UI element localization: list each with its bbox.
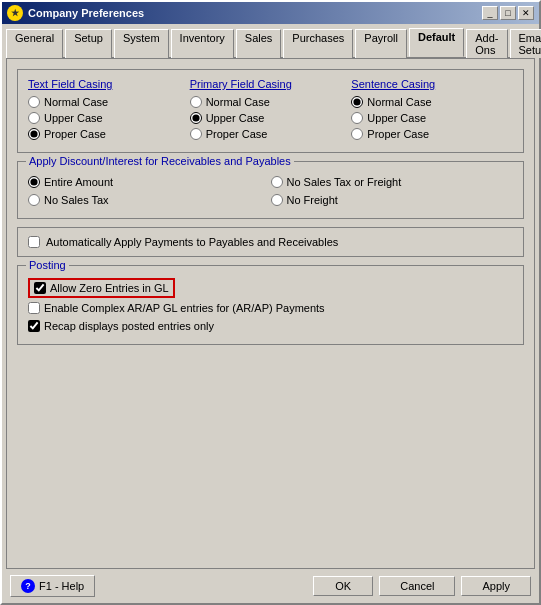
close-button[interactable]: ✕: [518, 6, 534, 20]
auto-apply-checkbox[interactable]: [28, 236, 40, 248]
recap-row: Recap displays posted entries only: [28, 320, 513, 332]
sentence-casing-group: Sentence Casing Normal Case Upper Case P…: [351, 78, 513, 142]
sentence-casing-label: Sentence Casing: [351, 78, 513, 90]
casing-group-box: Text Field Casing Normal Case Upper Case…: [17, 69, 524, 153]
sentence-normal-case-row: Normal Case: [351, 96, 513, 108]
no-freight-row: No Freight: [271, 194, 514, 206]
help-button[interactable]: ? F1 - Help: [10, 575, 95, 597]
spacer: [17, 353, 524, 558]
sentence-upper-case-radio[interactable]: [351, 112, 363, 124]
allow-zero-checkbox[interactable]: [34, 282, 46, 294]
no-sales-tax-freight-label: No Sales Tax or Freight: [287, 176, 402, 188]
tab-addons[interactable]: Add-Ons: [466, 29, 507, 58]
text-normal-case-radio[interactable]: [28, 96, 40, 108]
sentence-proper-case-radio[interactable]: [351, 128, 363, 140]
apply-button[interactable]: Apply: [461, 576, 531, 596]
title-buttons: _ □ ✕: [482, 6, 534, 20]
content-area: Text Field Casing Normal Case Upper Case…: [6, 57, 535, 569]
bottom-right-buttons: OK Cancel Apply: [313, 576, 531, 596]
sentence-upper-case-label: Upper Case: [367, 112, 426, 124]
main-window: ★ Company Preferences _ □ ✕ General Setu…: [0, 0, 541, 605]
auto-apply-label: Automatically Apply Payments to Payables…: [46, 236, 338, 248]
casing-row: Text Field Casing Normal Case Upper Case…: [28, 78, 513, 142]
primary-field-casing-label: Primary Field Casing: [190, 78, 352, 90]
text-upper-case-row: Upper Case: [28, 112, 190, 124]
tab-inventory[interactable]: Inventory: [171, 29, 234, 58]
help-label: F1 - Help: [39, 580, 84, 592]
text-normal-case-label: Normal Case: [44, 96, 108, 108]
no-freight-radio[interactable]: [271, 194, 283, 206]
tab-purchases[interactable]: Purchases: [283, 29, 353, 58]
primary-proper-case-radio[interactable]: [190, 128, 202, 140]
no-sales-tax-label: No Sales Tax: [44, 194, 109, 206]
text-field-casing-group: Text Field Casing Normal Case Upper Case…: [28, 78, 190, 142]
discount-col2: No Sales Tax or Freight No Freight: [271, 176, 514, 208]
window-icon: ★: [7, 5, 23, 21]
entire-amount-radio[interactable]: [28, 176, 40, 188]
recap-checkbox[interactable]: [28, 320, 40, 332]
allow-zero-highlight-box: Allow Zero Entries in GL: [28, 278, 175, 298]
tab-sales[interactable]: Sales: [236, 29, 282, 58]
tab-bar: General Setup System Inventory Sales Pur…: [2, 24, 539, 57]
posting-title: Posting: [26, 259, 69, 271]
enable-complex-row: Enable Complex AR/AP GL entries for (AR/…: [28, 302, 513, 314]
no-sales-tax-freight-radio[interactable]: [271, 176, 283, 188]
text-proper-case-label: Proper Case: [44, 128, 106, 140]
primary-upper-case-label: Upper Case: [206, 112, 265, 124]
discount-options: Entire Amount No Sales Tax No Sales Tax …: [28, 176, 513, 208]
enable-complex-label: Enable Complex AR/AP GL entries for (AR/…: [44, 302, 325, 314]
discount-group-title: Apply Discount/Interest for Receivables …: [26, 155, 294, 167]
tab-default[interactable]: Default: [409, 28, 464, 57]
no-sales-tax-freight-row: No Sales Tax or Freight: [271, 176, 514, 188]
sentence-normal-case-label: Normal Case: [367, 96, 431, 108]
title-bar: ★ Company Preferences _ □ ✕: [2, 2, 539, 24]
minimize-button[interactable]: _: [482, 6, 498, 20]
allow-zero-label: Allow Zero Entries in GL: [50, 282, 169, 294]
primary-normal-case-row: Normal Case: [190, 96, 352, 108]
entire-amount-label: Entire Amount: [44, 176, 113, 188]
primary-proper-case-label: Proper Case: [206, 128, 268, 140]
auto-apply-box: Automatically Apply Payments to Payables…: [17, 227, 524, 257]
maximize-button[interactable]: □: [500, 6, 516, 20]
primary-normal-case-radio[interactable]: [190, 96, 202, 108]
no-freight-label: No Freight: [287, 194, 338, 206]
tab-system[interactable]: System: [114, 29, 169, 58]
primary-upper-case-row: Upper Case: [190, 112, 352, 124]
cancel-button[interactable]: Cancel: [379, 576, 455, 596]
posting-group-box: Posting Allow Zero Entries in GL Enable …: [17, 265, 524, 345]
primary-upper-case-radio[interactable]: [190, 112, 202, 124]
tab-setup[interactable]: Setup: [65, 29, 112, 58]
primary-normal-case-label: Normal Case: [206, 96, 270, 108]
ok-button[interactable]: OK: [313, 576, 373, 596]
text-upper-case-radio[interactable]: [28, 112, 40, 124]
text-normal-case-row: Normal Case: [28, 96, 190, 108]
bottom-bar: ? F1 - Help OK Cancel Apply: [2, 569, 539, 603]
primary-proper-case-row: Proper Case: [190, 128, 352, 140]
enable-complex-checkbox[interactable]: [28, 302, 40, 314]
discount-col1: Entire Amount No Sales Tax: [28, 176, 271, 208]
tab-email-setup[interactable]: Email Setup: [510, 29, 542, 58]
tab-general[interactable]: General: [6, 29, 63, 58]
help-icon: ?: [21, 579, 35, 593]
discount-group-box: Apply Discount/Interest for Receivables …: [17, 161, 524, 219]
recap-label: Recap displays posted entries only: [44, 320, 214, 332]
text-proper-case-radio[interactable]: [28, 128, 40, 140]
sentence-proper-case-label: Proper Case: [367, 128, 429, 140]
primary-field-casing-group: Primary Field Casing Normal Case Upper C…: [190, 78, 352, 142]
tab-payroll[interactable]: Payroll: [355, 29, 407, 58]
sentence-normal-case-radio[interactable]: [351, 96, 363, 108]
text-upper-case-label: Upper Case: [44, 112, 103, 124]
entire-amount-row: Entire Amount: [28, 176, 271, 188]
text-field-casing-label: Text Field Casing: [28, 78, 190, 90]
sentence-proper-case-row: Proper Case: [351, 128, 513, 140]
allow-zero-row-wrapper: Allow Zero Entries in GL: [28, 278, 513, 298]
no-sales-tax-radio[interactable]: [28, 194, 40, 206]
sentence-upper-case-row: Upper Case: [351, 112, 513, 124]
text-proper-case-row: Proper Case: [28, 128, 190, 140]
no-sales-tax-row: No Sales Tax: [28, 194, 271, 206]
window-title: Company Preferences: [28, 7, 144, 19]
